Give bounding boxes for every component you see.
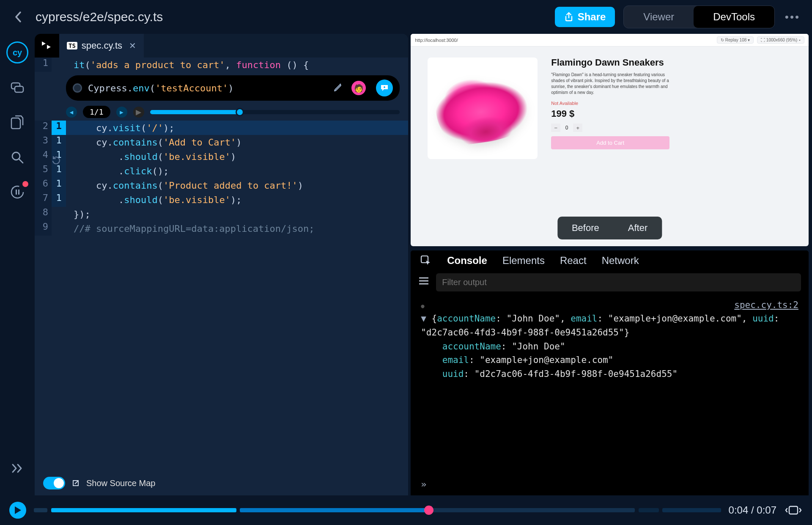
step-next-button[interactable]: ▶ <box>116 107 127 118</box>
expression-bar: Cypress.env('testAccount') 🧑 <box>66 75 400 101</box>
tab-viewer[interactable]: Viewer <box>624 6 694 28</box>
user-avatar[interactable]: 🧑 <box>351 81 366 95</box>
product-image-card <box>428 58 538 159</box>
code-line: 31 cy.contains('Add to Cart') <box>35 135 408 149</box>
console-prompt[interactable]: » <box>411 478 809 495</box>
files-icon[interactable] <box>7 113 27 133</box>
code-line: 51 .click(); <box>35 164 408 178</box>
close-tab-button[interactable]: ✕ <box>129 41 136 51</box>
product-price: 199 $ <box>551 108 669 119</box>
svg-rect-2 <box>15 86 23 92</box>
step-navigator: ◀ 1/1 ▶ ▶ <box>66 106 400 118</box>
source-map-toggle[interactable] <box>43 477 65 489</box>
more-menu-button[interactable]: ••• <box>783 8 802 26</box>
console-menu-icon[interactable] <box>418 276 430 288</box>
tab-network[interactable]: Network <box>602 255 639 267</box>
cypress-logo-icon[interactable]: cy <box>6 41 28 63</box>
breakpoint-dot-icon[interactable] <box>73 83 82 93</box>
slider-knob-icon[interactable] <box>236 108 244 116</box>
before-button[interactable]: Before <box>557 217 614 239</box>
expand-rail-button[interactable] <box>7 458 27 478</box>
viewer-url: http://localhost:3000/ <box>415 38 458 43</box>
playback-time: 0:04 / 0:07 <box>729 504 776 516</box>
external-link-icon <box>71 478 80 488</box>
breadcrumb: cypress/e2e/spec.cy.ts <box>36 10 163 24</box>
console-filter-input[interactable] <box>436 273 801 291</box>
tab-devtools[interactable]: DevTools <box>694 6 774 28</box>
step-prev-button[interactable]: ◀ <box>66 107 77 118</box>
undo-step-icon[interactable] <box>51 155 60 164</box>
svg-text:cy: cy <box>13 48 22 57</box>
devtools-panel: Console Elements React Network spec.cy.t… <box>411 250 809 495</box>
code-line: 71 .should('be.visible'); <box>35 192 408 207</box>
side-rail: cy <box>0 34 35 495</box>
quantity-stepper: − 0 + <box>551 124 669 132</box>
add-comment-button[interactable] <box>376 80 393 96</box>
svg-marker-14 <box>15 506 21 514</box>
product-availability: Not Available <box>551 101 669 106</box>
share-button[interactable]: Share <box>555 7 615 27</box>
playback-timeline[interactable] <box>34 508 721 512</box>
search-icon[interactable] <box>7 147 27 168</box>
file-tab-label: spec.cy.ts <box>82 40 122 51</box>
qty-increment-button[interactable]: + <box>573 124 582 132</box>
svg-line-4 <box>19 159 23 163</box>
qty-decrement-button[interactable]: − <box>551 124 560 132</box>
playhead-icon[interactable] <box>424 506 433 515</box>
svg-rect-15 <box>789 506 798 514</box>
notification-dot-icon <box>22 181 28 187</box>
file-tab[interactable]: TS spec.cy.ts ✕ <box>59 34 144 58</box>
svg-marker-9 <box>47 45 51 49</box>
step-play-button[interactable]: ▶ <box>133 107 144 118</box>
add-to-cart-button[interactable]: Add to Cart <box>551 136 669 149</box>
playback-play-button[interactable] <box>9 502 26 519</box>
qty-value: 0 <box>560 125 573 131</box>
after-button[interactable]: After <box>614 217 662 239</box>
viewer-panel: http://localhost:3000/ ↻ Replay 108 ▾ ⛶ … <box>411 34 809 246</box>
product-title: Flamingo Dawn Sneakers <box>551 58 669 68</box>
source-map-label: Show Source Map <box>86 478 155 488</box>
panel-switch: Viewer DevTools <box>623 5 775 28</box>
log-bullet-icon: ● <box>421 302 424 309</box>
line-number: 1 <box>35 58 52 72</box>
chat-icon[interactable] <box>7 78 27 98</box>
object-toggle-icon[interactable]: ▼ <box>421 313 431 324</box>
svg-rect-6 <box>16 190 17 195</box>
device-frame-button[interactable] <box>784 503 803 518</box>
code-line: 1 it('adds a product to cart', function … <box>35 58 408 72</box>
tab-react[interactable]: React <box>560 255 587 267</box>
element-picker-icon[interactable] <box>420 255 432 267</box>
tab-console[interactable]: Console <box>447 255 487 267</box>
product-description: "Flamingo Dawn" is a head-turning sneake… <box>551 72 669 96</box>
typescript-badge-icon: TS <box>67 42 77 49</box>
code-line: 21 cy.visit('/'); <box>35 121 408 135</box>
expression-text: Cypress.env('testAccount') <box>88 83 233 93</box>
sneaker-image <box>432 68 533 148</box>
console-source-link[interactable]: spec.cy.ts:2 <box>734 298 798 312</box>
step-counter: 1/1 <box>83 106 110 118</box>
viewport-size-pill[interactable]: ⛶ 1000x660 (95%) ▾ <box>757 36 804 44</box>
before-after-switch: Before After <box>557 217 662 239</box>
svg-rect-7 <box>18 190 19 195</box>
code-line: 41 .should('be.visible') <box>35 149 408 164</box>
step-slider[interactable] <box>150 110 400 114</box>
share-icon <box>564 12 573 22</box>
svg-marker-8 <box>42 41 46 46</box>
code-line: 9//# sourceMappingURL=data:application/j… <box>35 221 408 236</box>
code-line: 8}); <box>35 207 408 221</box>
back-button[interactable] <box>10 8 27 25</box>
pause-sync-icon[interactable] <box>7 182 27 202</box>
tab-elements[interactable]: Elements <box>502 255 545 267</box>
replay-pill[interactable]: ↻ Replay 108 ▾ <box>717 36 754 44</box>
share-label: Share <box>578 11 606 23</box>
run-tests-button[interactable] <box>35 34 59 58</box>
code-line: 61 cy.contains('Product added to cart!') <box>35 178 408 192</box>
edit-expression-button[interactable] <box>333 82 346 94</box>
hit-count <box>52 58 66 72</box>
console-output: spec.cy.ts:2 ● ▼ {accountName: "John Doe… <box>411 294 809 478</box>
